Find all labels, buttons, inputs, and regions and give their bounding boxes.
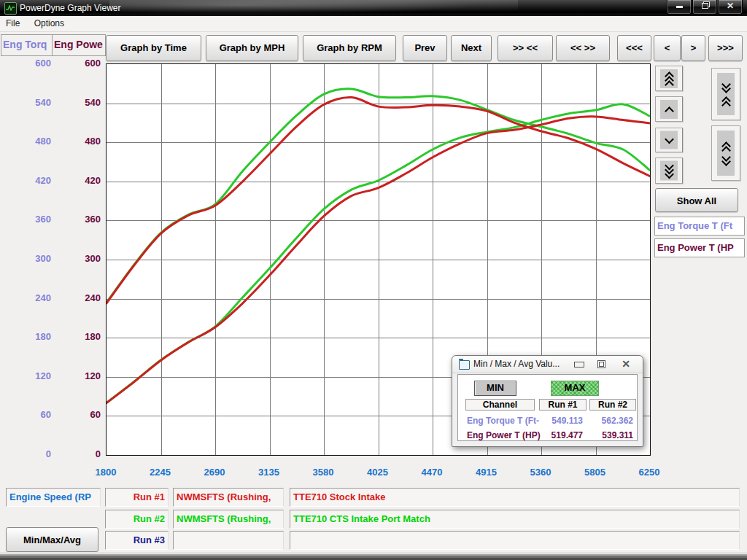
close-icon: ✕	[622, 358, 630, 370]
restore-icon	[597, 360, 605, 368]
max-button[interactable]: MAX	[551, 381, 599, 396]
chevron-down-icon	[721, 88, 730, 92]
scroll-button-triple-chevron-down[interactable]	[655, 158, 683, 184]
min-button[interactable]: MIN	[474, 381, 516, 396]
minimize-icon	[676, 6, 683, 8]
minmax-minimize-button[interactable]	[570, 357, 589, 370]
toolbar-button-next[interactable]: Next	[451, 35, 492, 61]
scroll-button-chevron-down[interactable]	[655, 128, 683, 152]
legend-run-desc-2[interactable]: TTE710 CTS Intake Port Match	[290, 510, 740, 529]
x-tick-label: 6250	[624, 467, 675, 478]
minmax-value-run2: 539.311	[589, 430, 633, 440]
x-tick-label: 5805	[570, 467, 621, 478]
column-header-run2: Run #2	[589, 399, 636, 411]
title-bar: PowerDyne Graph Viewer ✕	[0, 0, 747, 16]
y-tick-label: 480	[0, 136, 101, 147]
y-tick-label: 300	[0, 254, 101, 264]
column-header-run1: Run #1	[539, 399, 587, 411]
x-tick-label: 3135	[244, 467, 295, 478]
minmax-window[interactable]: Min / Max / Avg Valu... ✕ MIN MAX Channe…	[452, 355, 643, 447]
close-icon: ✕	[727, 1, 734, 11]
x-tick-label: 4470	[406, 467, 457, 478]
y-tick-label: 540	[0, 98, 101, 108]
channel-label-torque[interactable]: Eng Torque T (Ft	[654, 217, 745, 236]
toolbar-button-[interactable]: <<<	[617, 35, 651, 61]
column-header-channel: Channel	[465, 399, 535, 411]
y-tick-label: 120	[0, 371, 101, 381]
legend-run-name-3[interactable]	[173, 531, 284, 550]
x-tick-label: 3580	[298, 467, 349, 478]
show-all-button[interactable]: Show All	[655, 188, 738, 212]
y-tick-label: 420	[0, 176, 101, 186]
channel-label-power[interactable]: Eng Power T (HP	[654, 238, 745, 257]
toolbar-button-[interactable]: >>>	[708, 35, 743, 61]
toolbar-button-[interactable]: >> <<	[498, 35, 553, 61]
close-button[interactable]: ✕	[718, 0, 743, 15]
x-tick-label: 1800	[80, 467, 131, 478]
menu-bar: File Options	[0, 16, 747, 32]
legend-run-name-2[interactable]: NWMSFTS (Rushing,	[173, 510, 284, 529]
x-tick-label: 2245	[135, 467, 186, 478]
toolbar-button-graph-by-time[interactable]: Graph by Time	[106, 35, 201, 61]
chevron-down-icon	[665, 138, 673, 142]
chevron-down-icon	[721, 160, 730, 165]
chevron-down-icon	[665, 173, 673, 177]
minmax-window-titlebar[interactable]: Min / Max / Avg Valu... ✕	[452, 356, 643, 373]
minimize-button[interactable]	[667, 0, 692, 15]
legend-run-label-3[interactable]: Run #3	[105, 531, 169, 550]
toolbar-button-graph-by-rpm[interactable]: Graph by RPM	[303, 35, 396, 61]
y-tick-label: 240	[0, 293, 101, 303]
chevron-up-icon	[665, 107, 673, 112]
y-tick-label: 360	[0, 214, 101, 225]
legend-run-name-1[interactable]: NWMSFTS (Rushing,	[173, 488, 284, 507]
y-tick-label: 0	[0, 449, 101, 459]
zoom-button-chevrons-inward[interactable]	[711, 68, 740, 120]
x-channel-label[interactable]: Engine Speed (RP	[6, 488, 101, 507]
y-tick-label: 180	[0, 332, 101, 342]
x-tick-label: 2690	[189, 467, 240, 478]
toolbar-button-graph-by-mph[interactable]: Graph by MPH	[206, 35, 298, 61]
minmax-value-run2: 562.362	[589, 416, 633, 426]
x-tick-label: 5360	[515, 467, 566, 478]
zoom-button-chevrons-outward[interactable]	[711, 125, 740, 181]
minmax-row-channel: Eng Power T (HP)	[467, 430, 541, 440]
x-tick-label: 4915	[461, 467, 512, 478]
maximize-icon	[702, 3, 708, 9]
legend-run-desc-3[interactable]	[290, 531, 740, 550]
legend-run-label-2[interactable]: Run #2	[105, 510, 169, 529]
y-tick-label: 60	[0, 410, 101, 420]
minmax-value-run1: 549.113	[539, 416, 583, 426]
scroll-button-chevron-up[interactable]	[655, 96, 683, 122]
toolbar-button-[interactable]: >	[681, 35, 705, 61]
app-window: PowerDyne Graph Viewer ✕ File Options En…	[0, 0, 747, 560]
window-bottom-edge	[0, 552, 747, 560]
curve-run-1-eng-torque-t-ft-lbs	[107, 98, 650, 303]
y-tick-label: 600	[0, 58, 101, 69]
scroll-button-triple-chevron-up[interactable]	[655, 66, 683, 91]
curve-run-2-eng-torque-t-ft-lbs	[107, 89, 650, 303]
legend-run-label-1[interactable]: Run #1	[105, 488, 169, 507]
chevron-up-icon	[665, 81, 673, 85]
minmax-window-icon	[459, 360, 470, 370]
minmax-maximize-button[interactable]	[592, 357, 611, 370]
minmax-window-title: Min / Max / Avg Valu...	[473, 359, 560, 369]
chevron-up-icon	[721, 101, 730, 106]
toolbar-button-prev[interactable]: Prev	[403, 35, 447, 61]
toolbar-button-[interactable]: <	[654, 35, 681, 61]
minmax-content-panel: MIN MAX Channel Run #1 Run #2 Eng Torque…	[457, 374, 638, 441]
minmax-close-button[interactable]: ✕	[616, 357, 635, 370]
legend-run-desc-1[interactable]: TTE710 Stock Intake	[290, 488, 740, 507]
minimize-icon	[574, 362, 584, 368]
minmax-row-channel: Eng Torque T (Ft-	[467, 416, 539, 426]
maximize-button[interactable]	[692, 0, 717, 15]
toolbar-button-[interactable]: << >>	[556, 35, 610, 61]
x-tick-label: 4025	[352, 467, 403, 478]
minmax-avg-button[interactable]: Min/Max/Avg	[6, 527, 98, 552]
chevron-up-icon	[721, 147, 730, 151]
minmax-value-run1: 519.477	[539, 430, 583, 440]
